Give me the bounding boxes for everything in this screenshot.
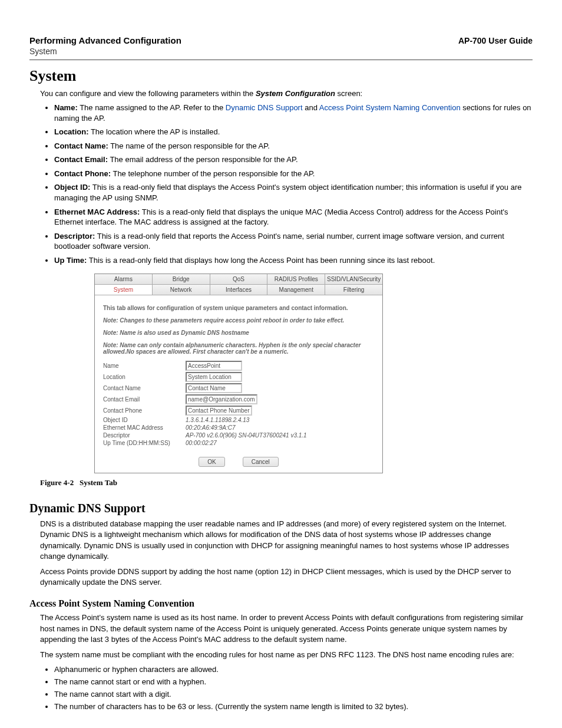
cancel-button[interactable]: Cancel	[243, 457, 279, 467]
tab-radius-profiles[interactable]: RADIUS Profiles	[267, 274, 325, 284]
ddns-paragraph-1: DNS is a distributed database mapping th…	[40, 519, 533, 562]
field-input-contact-name[interactable]: Contact Name	[186, 383, 242, 393]
param-label: Descriptor:	[54, 232, 95, 241]
param-label: Contact Name:	[54, 141, 108, 150]
field-value-mac: 00:20:A6:49:9A:C7	[186, 424, 236, 431]
param-label: Name:	[54, 103, 78, 112]
param-text: and	[303, 103, 319, 112]
figure-title: System Tab	[80, 478, 117, 487]
param-label: Up Time:	[54, 256, 87, 265]
param-text: This is a read-only field that displays …	[87, 256, 435, 265]
panel-note-ddns: Note: Name is also used as Dynamic DNS h…	[103, 330, 374, 336]
tab-ssid-vlan-security[interactable]: SSID/VLAN/Security	[325, 274, 382, 284]
tab-alarms[interactable]: Alarms	[95, 274, 153, 284]
rule-item: Alphanumeric or hyphen characters are al…	[54, 665, 533, 674]
intro-text-prefix: You can configure and view the following…	[40, 89, 256, 98]
link-naming-convention[interactable]: Access Point System Naming Convention	[319, 103, 461, 112]
rule-item: The name cannot start or end with a hyph…	[54, 677, 533, 686]
header-divider	[29, 60, 533, 60]
header-guide: AP-700 User Guide	[458, 36, 533, 45]
parameter-list: Name: The name assigned to the AP. Refer…	[40, 103, 533, 265]
rule-item: The number of characters has to be 63 or…	[54, 702, 533, 711]
field-label-contact-phone: Contact Phone	[103, 407, 186, 414]
tab-filtering[interactable]: Filtering	[325, 285, 382, 295]
heading-naming-convention: Access Point System Naming Convention	[29, 598, 533, 609]
field-label-uptime: Up Time (DD:HH:MM:SS)	[103, 440, 186, 446]
naming-paragraph-1: The Access Point's system name is used a…	[40, 612, 533, 645]
param-text: The email address of the person responsi…	[108, 155, 298, 164]
naming-paragraph-2: The system name must be compliant with t…	[40, 650, 533, 660]
param-object-id: Object ID: This is a read-only field tha…	[54, 182, 533, 203]
tab-system[interactable]: System	[95, 285, 153, 295]
tab-row-1: Alarms Bridge QoS RADIUS Profiles SSID/V…	[95, 274, 382, 285]
naming-rules-list: Alphanumeric or hyphen characters are al…	[40, 665, 533, 711]
param-name: Name: The name assigned to the AP. Refer…	[54, 103, 533, 123]
param-descriptor: Descriptor: This is a read-only field th…	[54, 231, 533, 252]
ddns-paragraph-2: Access Points provide DDNS support by ad…	[40, 566, 533, 588]
system-tab-screenshot: Alarms Bridge QoS RADIUS Profiles SSID/V…	[94, 274, 383, 473]
param-label: Contact Phone:	[54, 169, 111, 178]
header-subsection: System	[29, 47, 533, 56]
field-label-descriptor: Descriptor	[103, 432, 186, 439]
param-label: Ethernet MAC Address:	[54, 207, 140, 216]
param-label: Location:	[54, 127, 89, 136]
field-input-name[interactable]: AccessPoint	[186, 361, 242, 371]
figure-caption: Figure 4-2 System Tab	[40, 478, 533, 487]
field-value-uptime: 00:00:02:27	[186, 440, 217, 446]
param-location: Location: The location where the AP is i…	[54, 127, 533, 137]
tab-qos[interactable]: QoS	[210, 274, 268, 284]
tab-management[interactable]: Management	[267, 285, 325, 295]
param-text: The name assigned to the AP. Refer to th…	[78, 103, 226, 112]
param-contact-email: Contact Email: The email address of the …	[54, 154, 533, 165]
field-input-contact-email[interactable]: name@Organization.com	[186, 394, 257, 404]
param-text: The location where the AP is installed.	[89, 127, 220, 136]
tab-row-2: System Network Interfaces Management Fil…	[95, 285, 382, 295]
param-text: The telephone number of the person respo…	[111, 169, 315, 178]
param-text: This is a read-only field that reports t…	[54, 232, 504, 251]
ok-button[interactable]: OK	[199, 457, 224, 467]
param-contact-phone: Contact Phone: The telephone number of t…	[54, 169, 533, 179]
panel-description: This tab allows for configuration of sys…	[103, 305, 374, 311]
tab-bridge[interactable]: Bridge	[153, 274, 210, 284]
param-contact-name: Contact Name: The name of the person res…	[54, 141, 533, 151]
field-label-name: Name	[103, 363, 186, 369]
param-text: This is a read-only field that displays …	[54, 183, 521, 202]
heading-dynamic-dns: Dynamic DNS Support	[29, 502, 533, 515]
field-input-location[interactable]: System Location	[186, 372, 242, 382]
field-label-location: Location	[103, 374, 186, 380]
intro-text-suffix: screen:	[335, 89, 362, 98]
tab-interfaces[interactable]: Interfaces	[210, 285, 268, 295]
figure-number: Figure 4-2	[40, 478, 74, 487]
field-input-contact-phone[interactable]: Contact Phone Number	[186, 406, 252, 416]
field-value-descriptor: AP-700 v2.6.0(906) SN-04UT37600241 v3.1.…	[186, 432, 307, 439]
intro-paragraph: You can configure and view the following…	[40, 88, 533, 99]
tab-network[interactable]: Network	[153, 285, 210, 295]
field-value-object-id: 1.3.6.1.4.1.11898.2.4.13	[186, 417, 249, 423]
field-label-object-id: Object ID	[103, 417, 186, 423]
rule-item: The name cannot start with a digit.	[54, 690, 533, 699]
panel-note-reboot: Note: Changes to these parameters requir…	[103, 317, 374, 324]
param-uptime: Up Time: This is a read-only field that …	[54, 255, 533, 266]
panel-note-name-rules: Note: Name can only contain alphanumeric…	[103, 342, 374, 355]
field-label-contact-email: Contact Email	[103, 396, 186, 403]
intro-text-bold: System Configuration	[256, 89, 335, 98]
param-text: The name of the person responsible for t…	[108, 141, 270, 150]
field-label-mac: Ethernet MAC Address	[103, 424, 186, 431]
param-ethernet-mac: Ethernet MAC Address: This is a read-onl…	[54, 207, 533, 228]
param-label: Object ID:	[54, 183, 90, 192]
link-dynamic-dns[interactable]: Dynamic DNS Support	[226, 103, 303, 112]
param-label: Contact Email:	[54, 155, 108, 164]
section-heading-system: System	[29, 67, 533, 85]
header-chapter: Performing Advanced Configuration	[29, 35, 181, 45]
field-label-contact-name: Contact Name	[103, 385, 186, 391]
